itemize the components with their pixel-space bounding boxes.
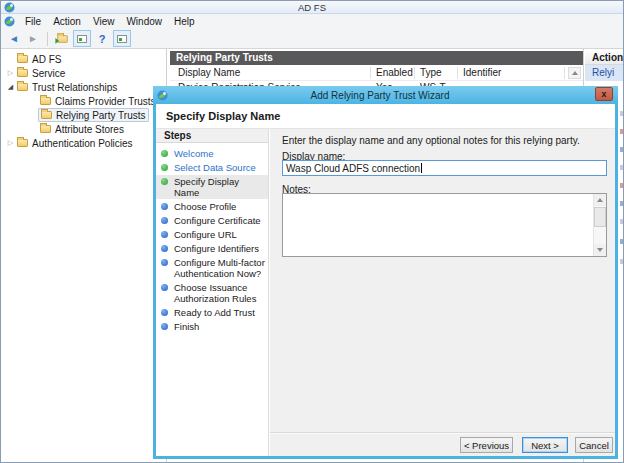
toolbar-separator [47, 32, 48, 46]
display-name-input[interactable] [282, 160, 607, 176]
actions-pane-clipped-text [620, 183, 624, 188]
next-button[interactable]: Next > [522, 437, 568, 453]
scrollbar-up-icon[interactable] [594, 194, 606, 206]
steps-title: Steps [156, 129, 268, 143]
actions-pane-clipped-text [620, 129, 624, 134]
wizard-titlebar: Add Relying Party Trust Wizard [153, 86, 618, 104]
expand-expanded-icon[interactable] [6, 83, 15, 91]
scrollbar-thumb[interactable] [594, 207, 606, 227]
add-relying-party-trust-wizard: Add Relying Party Trust Wizard x Specify… [153, 86, 618, 459]
menu-help[interactable]: Help [168, 14, 201, 29]
previous-button[interactable]: < Previous [460, 437, 513, 453]
back-icon[interactable]: ◄ [6, 31, 22, 47]
notes-scrollbar[interactable] [593, 194, 606, 256]
actions-group-relying-party-trusts[interactable]: Relyi [585, 65, 623, 81]
step-bullet-icon [161, 259, 168, 266]
step-choose-issuance-rules: Choose Issuance Authorization Rules [156, 281, 268, 305]
step-configure-multi-factor: Configure Multi-factor Authentication No… [156, 256, 268, 280]
toolbar: ◄ ► ? [1, 29, 623, 49]
menu-bar: File Action View Window Help [1, 14, 623, 29]
step-bullet-icon [161, 203, 168, 210]
expand-collapsed-icon[interactable] [6, 69, 15, 77]
actions-pane-title: Action [585, 51, 623, 65]
folder-icon [40, 125, 51, 133]
steps-list: Welcome Select Data Source Specify Displ… [156, 143, 268, 333]
adfs-app-icon [4, 2, 15, 13]
notes-field-box [282, 193, 607, 257]
step-configure-identifiers: Configure Identifiers [156, 242, 268, 255]
folder-icon [17, 139, 28, 147]
step-bullet-icon [161, 284, 168, 291]
step-select-data-source[interactable]: Select Data Source [156, 161, 268, 174]
actions-pane-clipped-text [620, 111, 624, 116]
list-scrollbar-up-icon[interactable] [568, 67, 581, 79]
scrollbar-down-icon[interactable] [594, 244, 606, 256]
wizard-content: Enter the display name and any optional … [270, 129, 615, 456]
console-tree-toggle-icon[interactable] [73, 30, 91, 47]
column-type[interactable]: Type [420, 65, 442, 81]
button-bar-separator [270, 432, 615, 433]
wizard-heading: Specify Display Name [166, 110, 280, 122]
adfs-app-icon [4, 16, 15, 27]
tree-item-authentication-policies[interactable]: Authentication Policies [1, 136, 166, 150]
actions-pane-clipped-text [620, 259, 624, 264]
column-identifier[interactable]: Identifier [463, 65, 501, 81]
folder-icon [40, 97, 51, 105]
forward-icon[interactable]: ► [25, 31, 41, 47]
actions-pane-clipped-text [620, 201, 624, 206]
actions-pane-clipped-text [620, 219, 624, 224]
step-bullet-icon [161, 231, 168, 238]
folder-icon [17, 55, 28, 63]
wizard-title: Add Relying Party Trust Wizard [168, 90, 592, 101]
step-specify-display-name: Specify Display Name [156, 175, 268, 199]
step-configure-certificate: Configure Certificate [156, 214, 268, 227]
folder-icon [17, 69, 28, 77]
step-bullet-icon [161, 245, 168, 252]
wizard-steps-panel: Steps Welcome Select Data Source Specify… [156, 129, 269, 456]
notes-textarea[interactable] [283, 194, 593, 256]
column-display-name[interactable]: Display Name [178, 65, 240, 81]
step-finish: Finish [156, 320, 268, 333]
step-welcome[interactable]: Welcome [156, 147, 268, 160]
step-ready-to-add-trust: Ready to Add Trust [156, 306, 268, 319]
tree-item-claims-provider-trusts[interactable]: Claims Provider Trusts [1, 94, 166, 108]
tree-item-service[interactable]: Service [1, 66, 166, 80]
tree-item-trust-relationships[interactable]: Trust Relationships [1, 80, 166, 94]
wizard-icon [157, 90, 168, 101]
step-configure-url: Configure URL [156, 228, 268, 241]
action-pane-toggle-icon[interactable] [113, 30, 131, 47]
console-tree-pane: AD FS Service Trust Relationships Claims… [1, 49, 167, 462]
help-icon[interactable]: ? [94, 31, 110, 47]
actions-pane-clipped-text [620, 147, 624, 152]
cancel-button[interactable]: Cancel [575, 437, 613, 453]
actions-pane-clipped-text [620, 165, 624, 170]
folder-icon [17, 83, 28, 91]
tree-item-attribute-stores[interactable]: Attribute Stores [1, 122, 166, 136]
menu-file[interactable]: File [19, 14, 47, 29]
step-choose-profile: Choose Profile [156, 200, 268, 213]
expand-collapsed-icon[interactable] [6, 139, 15, 147]
list-pane-title: Relying Party Trusts [170, 51, 583, 65]
tree-item-adfs[interactable]: AD FS [1, 52, 166, 66]
tree-item-relying-party-trusts[interactable]: Relying Party Trusts [1, 108, 166, 122]
wizard-body: Steps Welcome Select Data Source Specify… [156, 129, 615, 456]
menu-action[interactable]: Action [47, 14, 87, 29]
folder-icon [41, 111, 52, 119]
step-bullet-icon [161, 178, 168, 185]
export-folder-icon[interactable] [54, 31, 70, 47]
display-name-field-wrap [282, 160, 607, 176]
step-bullet-icon [161, 309, 168, 316]
menu-view[interactable]: View [87, 14, 121, 29]
step-bullet-icon [161, 150, 168, 157]
column-enabled[interactable]: Enabled [376, 65, 413, 81]
step-bullet-icon [161, 164, 168, 171]
adfs-console-window: AD FS File Action View Window Help ◄ ► ?… [0, 0, 624, 463]
close-icon[interactable]: x [595, 87, 613, 101]
step-bullet-icon [161, 323, 168, 330]
step-bullet-icon [161, 217, 168, 224]
window-title: AD FS [1, 1, 623, 14]
menu-window[interactable]: Window [120, 14, 168, 29]
wizard-heading-band: Specify Display Name [156, 104, 615, 129]
text-caret [421, 163, 422, 173]
actions-pane-clipped-text [620, 239, 624, 244]
